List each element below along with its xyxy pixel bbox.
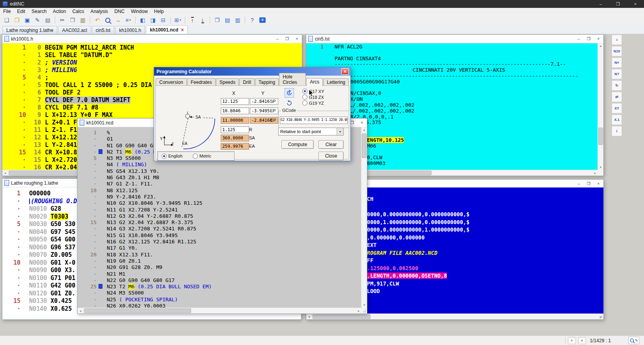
gcode-output-field[interactable]: G2 X10.8046 Y-3.9495 I-1.1250 J0.0000	[280, 117, 348, 124]
menu-file[interactable]: File	[0, 8, 14, 15]
code-line[interactable]: ·N17 G1 Y0.	[78, 245, 361, 251]
radio-g17[interactable]: G17 XY	[302, 88, 324, 94]
compute-button[interactable]: Compute	[281, 140, 314, 149]
scroll-up-icon[interactable]: ▴	[598, 43, 603, 49]
code-line[interactable]: ·N10 G2 X10.8046 Y-3.9495 R1.125	[78, 200, 361, 206]
code-line[interactable]: PARTNO CIN5AXT4	[306, 56, 598, 62]
maximize-button[interactable]: ❐	[584, 180, 594, 188]
programming-calculator-dialog[interactable]: Programming Calculator ✕ ConversionFeedr…	[154, 67, 351, 161]
code-line[interactable]: EXT	[367, 241, 603, 249]
menu-analysis[interactable]: Analysis	[87, 8, 111, 15]
scrollbar-thumb[interactable]	[84, 308, 191, 313]
help-button[interactable]: ?	[248, 16, 257, 24]
code-line[interactable]: ·2; VERSION	[2, 59, 302, 67]
file-info-button[interactable]: i	[612, 126, 622, 136]
scrollbar-thumb[interactable]	[598, 128, 603, 145]
code-line[interactable]: ROGRAM FILE AAC002.NCD	[367, 249, 603, 257]
tile-vertical-button[interactable]: ▥	[233, 16, 242, 24]
calc-tab-conversion[interactable]: Conversion	[156, 78, 187, 86]
print-button[interactable]: ▤	[43, 16, 52, 24]
calc-tab-arcs[interactable]: Arcs	[306, 78, 323, 86]
tile-horizontal-button[interactable]: ▤	[223, 16, 232, 24]
menu-window[interactable]: Window	[128, 8, 151, 15]
top-of-file-button[interactable]: ↑	[188, 16, 197, 24]
notes-button[interactable]: ≡▾	[123, 16, 133, 24]
code-line[interactable]: FF	[367, 257, 603, 265]
arc-direction-ccw-radio[interactable]	[285, 98, 294, 108]
remove-numbers-button[interactable]: N×	[612, 58, 622, 68]
field-sa-x[interactable]: 360.0000	[221, 135, 249, 141]
code-line[interactable]: 0000,0.0000000000,0.0000000000,$	[367, 211, 603, 219]
code-line[interactable]: ·N21 M1	[78, 271, 361, 277]
tab-cin5-lst[interactable]: cin5.lst	[92, 26, 114, 34]
code-line[interactable]: ·N24 M3 S5000	[78, 290, 361, 296]
menu-action[interactable]: Action	[50, 8, 69, 15]
undo-button[interactable]: ↶	[93, 16, 102, 24]
goto-line-button[interactable]: →	[113, 16, 123, 24]
radio-metric[interactable]: Metric	[193, 153, 211, 159]
code-line[interactable]: ·N11 G1 X2.7208 Y-2.5241	[78, 207, 361, 213]
merge-files-dropdown-icon[interactable]: ▾	[180, 19, 181, 22]
relative-mode-select[interactable]: Relative to start point ▼	[278, 128, 344, 135]
compare-prev-button[interactable]: ◨	[148, 16, 158, 24]
code-line[interactable]: 15N13 G2 X2.04 Y2.6887 R-3.375	[78, 219, 361, 226]
field-ep-x[interactable]: 10.8046	[221, 108, 249, 114]
tab-kh10001-ncd[interactable]: kh10001.ncd×	[146, 25, 188, 34]
code-line[interactable]: LOOD	[367, 288, 603, 295]
close-dialog-button[interactable]: Close	[318, 152, 344, 160]
window-titlebar[interactable]: kh10001.h –❐×	[2, 35, 302, 43]
restore-button[interactable]: ❐	[609, 0, 627, 8]
vertical-scrollbar[interactable]: ▴ ▾	[597, 43, 603, 170]
code-line[interactable]: ·N16 G2 X12.125 Y2.8416 R1.125	[78, 239, 361, 245]
code-line[interactable]: ·N4 ( MILLING)	[78, 161, 361, 168]
menu-calcs[interactable]: Calcs	[69, 8, 87, 15]
renumber-ladder-button[interactable]: ≡	[612, 35, 622, 45]
calc-tab-tapping[interactable]: Tapping	[255, 78, 279, 86]
next-match-button[interactable]: ∨	[578, 337, 586, 344]
code-line[interactable]: ·1SEL TABLE "DATUM.D"	[2, 52, 302, 59]
scrollbar-thumb[interactable]	[313, 314, 370, 319]
code-line[interactable]: 10N8 X12.125	[78, 187, 361, 194]
tab-aac002-acl[interactable]: AAC002.acl	[58, 26, 91, 34]
minimize-button[interactable]: –	[592, 0, 609, 8]
close-button[interactable]: ×	[357, 119, 367, 127]
code-line[interactable]: 0000,1.0000000000,0.0000000000,$	[367, 219, 603, 226]
chevron-down-icon[interactable]: ▼	[337, 128, 343, 135]
code-line[interactable]: ·N20 G91 G28 Z0. M9	[78, 264, 361, 271]
horizontal-scrollbar[interactable]: ◂ ▸	[78, 308, 361, 313]
edit-search-tool[interactable]: ✎	[628, 337, 639, 344]
code-line[interactable]: ----------------------------------------…	[306, 61, 598, 67]
close-button[interactable]: ×	[627, 0, 644, 8]
code-line[interactable]: ·N5 G54 X12.13 Y0.	[78, 168, 361, 174]
code-line[interactable]: ·N25 ( POCKETING SPIRAL)	[78, 297, 361, 303]
reverse-program-button[interactable]: ↻	[612, 80, 622, 91]
menu-edit[interactable]: Edit	[14, 8, 28, 15]
close-button[interactable]: ×	[594, 35, 603, 43]
minimize-button[interactable]: –	[272, 35, 282, 43]
copy-button[interactable]: ❐	[68, 16, 77, 24]
scroll-left-icon[interactable]: ◂	[2, 171, 8, 175]
code-line[interactable]: ·N22 G0 G90 G40 G80 G17	[78, 277, 361, 284]
find-button[interactable]	[103, 16, 112, 24]
compare-files-button[interactable]: ◧	[138, 16, 147, 24]
merge-files-button[interactable]: ⊞▾	[173, 16, 182, 24]
code-line[interactable]: CH	[367, 195, 603, 203]
code-line[interactable]: 10BEGIN PGM MILL2_ARCR INCH	[2, 44, 302, 52]
code-line[interactable]: ·N15 G1 X10.8046 Y3.9495	[78, 232, 361, 239]
close-button[interactable]: ×	[292, 35, 302, 43]
calc-tab-speeds[interactable]: Speeds	[216, 78, 239, 86]
calc-tab-hole-circles[interactable]: Hole Circles	[279, 73, 306, 86]
code-line[interactable]: ·N7 G1 Z-1. F11.	[78, 181, 361, 187]
cut-button[interactable]: ✂	[58, 16, 67, 24]
scroll-right-icon[interactable]: ▸	[592, 171, 598, 175]
notes-dropdown-icon[interactable]: ▾	[129, 19, 131, 22]
minimize-button[interactable]: –	[574, 35, 584, 43]
code-line[interactable]: 0000,0.0000000000,1.0000000000,$	[367, 226, 603, 234]
scrollbar-thumb[interactable]	[362, 134, 367, 158]
menu-help[interactable]: Help	[151, 8, 167, 15]
tab-close-icon[interactable]: ×	[181, 27, 184, 33]
radio-g18[interactable]: G18 ZX	[302, 94, 324, 100]
field-ea-x[interactable]: 259.9976	[221, 143, 249, 150]
code-line[interactable]: .125000,0.062500	[367, 265, 603, 273]
calc-tab-drill[interactable]: Drill	[239, 78, 255, 86]
